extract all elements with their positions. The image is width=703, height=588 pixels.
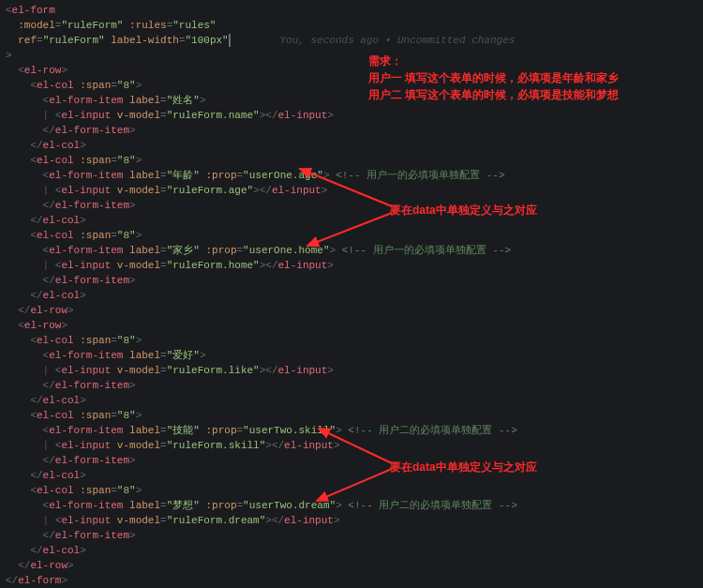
svg-line-2 [307,213,392,246]
svg-line-3 [319,429,392,463]
svg-line-4 [317,469,392,501]
arrow-icon [0,0,703,588]
svg-line-1 [300,169,392,206]
